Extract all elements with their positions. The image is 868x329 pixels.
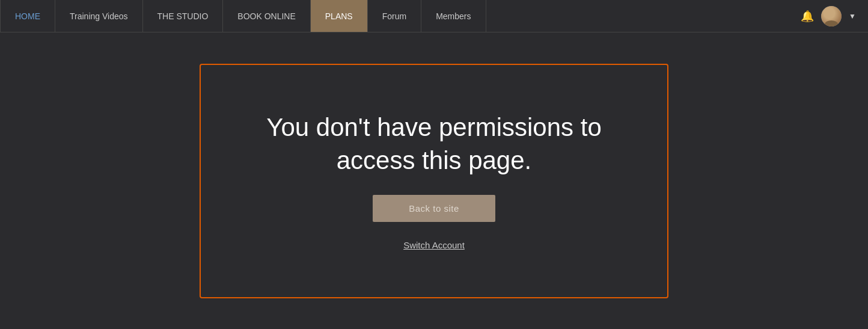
nav-item-members[interactable]: Members [421, 0, 486, 32]
nav-item-training-videos[interactable]: Training Videos [55, 0, 143, 32]
permission-message: You don't have permissions to access thi… [237, 111, 631, 177]
permission-card: You don't have permissions to access thi… [200, 64, 668, 298]
back-to-site-button[interactable]: Back to site [373, 195, 495, 222]
nav-item-home[interactable]: HOME [0, 0, 55, 32]
nav-item-the-studio[interactable]: THE STUDIO [143, 0, 224, 32]
nav-item-forum[interactable]: Forum [368, 0, 421, 32]
nav-right: 🔔 ▼ [801, 6, 868, 26]
main-content: You don't have permissions to access thi… [0, 32, 868, 329]
switch-account-button[interactable]: Switch Account [403, 240, 465, 250]
notifications-icon[interactable]: 🔔 [801, 10, 814, 23]
avatar-body [825, 20, 838, 26]
nav-item-book-online[interactable]: BOOK ONLINE [223, 0, 310, 32]
nav-items: HOME Training Videos THE STUDIO BOOK ONL… [0, 0, 801, 32]
navbar: HOME Training Videos THE STUDIO BOOK ONL… [0, 0, 868, 32]
nav-item-plans[interactable]: PLANS [311, 0, 368, 32]
avatar-face [821, 6, 842, 26]
avatar[interactable] [821, 6, 842, 26]
chevron-down-icon[interactable]: ▼ [849, 12, 856, 20]
